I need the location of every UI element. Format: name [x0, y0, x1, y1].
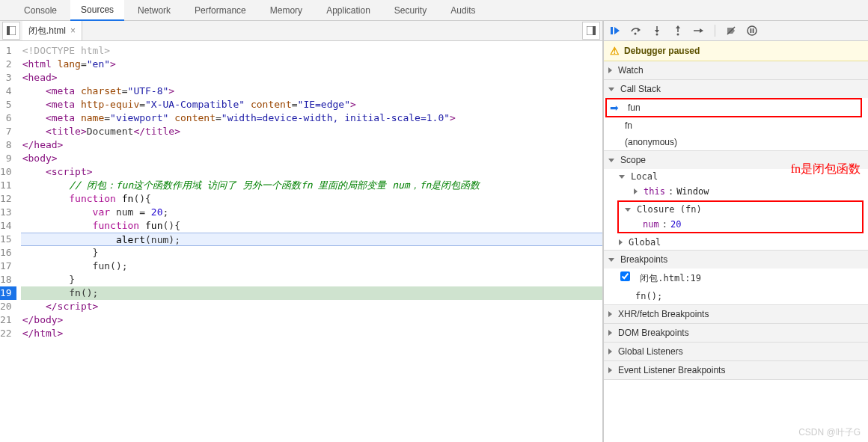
tab-audits[interactable]: Audits: [440, 1, 486, 20]
callstack-frame[interactable]: fn: [604, 117, 868, 134]
line-number[interactable]: 7: [0, 125, 16, 138]
close-icon[interactable]: ×: [70, 25, 76, 36]
line-number[interactable]: 6: [0, 111, 16, 125]
tab-console[interactable]: Console: [13, 1, 67, 20]
code-line: <html lang="en">: [21, 58, 602, 71]
chevron-right-icon: [608, 330, 612, 336]
tab-memory[interactable]: Memory: [260, 1, 313, 20]
step-into-icon[interactable]: [650, 24, 664, 37]
breakpoints-section[interactable]: Breakpoints: [604, 251, 868, 268]
line-number[interactable]: 2: [0, 58, 16, 71]
step-out-icon[interactable]: [671, 24, 685, 37]
debugger-sidebar: ⚠ Debugger paused Watch Call Stack funfn…: [603, 21, 868, 442]
svg-rect-4: [611, 27, 613, 34]
scope-this[interactable]: this: Window: [613, 184, 868, 199]
file-tab-bar: 闭包.html ×: [0, 21, 602, 41]
breakpoint-checkbox[interactable]: [620, 271, 630, 281]
line-number[interactable]: 18: [0, 273, 16, 286]
code-line: alert(num);: [21, 233, 602, 246]
line-number[interactable]: 14: [0, 219, 16, 233]
line-number[interactable]: 17: [0, 260, 16, 273]
show-navigator-icon[interactable]: [2, 22, 20, 40]
code-line: function fun(){: [21, 219, 602, 233]
svg-rect-1: [7, 26, 10, 35]
code-line: <!DOCTYPE html>: [21, 44, 602, 58]
code-line: </body>: [21, 313, 602, 327]
svg-point-10: [656, 34, 658, 36]
tab-application[interactable]: Application: [316, 1, 381, 20]
tab-performance[interactable]: Performance: [184, 1, 257, 20]
scope-global[interactable]: Global: [613, 235, 868, 250]
debugger-toolbar: [604, 21, 868, 41]
line-number[interactable]: 20: [0, 300, 16, 313]
code-line: </script>: [21, 300, 602, 313]
line-number[interactable]: 1: [0, 44, 16, 58]
chevron-down-icon: [608, 159, 614, 162]
scope-closure[interactable]: Closure (fn): [619, 202, 862, 217]
chevron-down-icon: [608, 88, 614, 91]
file-tab-name: 闭包.html: [28, 25, 66, 37]
chevron-right-icon: [608, 67, 612, 73]
line-number[interactable]: 3: [0, 71, 16, 85]
code-editor[interactable]: 12345678910111213141516171819202122 <!DO…: [0, 41, 602, 442]
line-number[interactable]: 4: [0, 85, 16, 98]
svg-marker-12: [676, 25, 680, 28]
svg-point-13: [677, 34, 679, 36]
warning-icon: ⚠: [610, 45, 620, 57]
code-line: function fn(){: [21, 192, 602, 206]
watch-section[interactable]: Watch: [604, 61, 868, 79]
line-number[interactable]: 15: [0, 233, 16, 246]
tab-network[interactable]: Network: [127, 1, 181, 20]
step-over-icon[interactable]: [629, 24, 643, 37]
svg-marker-15: [700, 28, 703, 33]
code-line: // 闭包：fun这个函数作用域 访问了 另外一个函数fn 里面的局部变量 nu…: [21, 179, 602, 192]
callstack-section[interactable]: Call Stack: [604, 80, 868, 98]
global-listeners-section[interactable]: Global Listeners: [604, 343, 868, 360]
code-line: fn();: [21, 286, 602, 300]
svg-rect-20: [753, 28, 754, 33]
editor-panel: 闭包.html × 123456789101112131415161718192…: [0, 21, 603, 442]
code-line: </head>: [21, 138, 602, 152]
closure-var: num: 20: [619, 217, 862, 232]
breakpoint-code: fn();: [604, 288, 868, 304]
pause-exceptions-icon[interactable]: [745, 24, 759, 37]
code-line: <body>: [21, 152, 602, 165]
line-number[interactable]: 11: [0, 179, 16, 192]
tab-security[interactable]: Security: [384, 1, 437, 20]
snippets-icon[interactable]: [582, 22, 600, 40]
line-number[interactable]: 12: [0, 192, 16, 206]
tab-sources[interactable]: Sources: [70, 0, 124, 21]
breakpoint-item[interactable]: 闭包.html:19: [604, 268, 868, 288]
line-number[interactable]: 10: [0, 165, 16, 179]
code-line: <head>: [21, 71, 602, 85]
svg-rect-3: [593, 26, 596, 35]
line-number[interactable]: 16: [0, 246, 16, 260]
line-number[interactable]: 9: [0, 152, 16, 165]
chevron-right-icon: [634, 188, 638, 194]
line-number[interactable]: 13: [0, 206, 16, 219]
svg-marker-5: [614, 27, 620, 34]
code-line: <title>Document</title>: [21, 125, 602, 138]
step-icon[interactable]: [692, 24, 706, 37]
chevron-down-icon: [619, 175, 625, 179]
line-number[interactable]: 19: [0, 286, 16, 300]
callstack-frame[interactable]: fun: [605, 98, 862, 117]
file-tab[interactable]: 闭包.html ×: [22, 21, 82, 40]
code-line: </html>: [21, 327, 602, 340]
xhr-breakpoints-section[interactable]: XHR/fetch Breakpoints: [604, 305, 868, 323]
code-line: fun();: [21, 260, 602, 273]
code-line: <meta charset="UTF-8">: [21, 85, 602, 98]
svg-rect-19: [751, 28, 752, 33]
watermark: CSDN @叶子G: [798, 426, 861, 439]
code-line: <script>: [21, 165, 602, 179]
line-number[interactable]: 5: [0, 98, 16, 111]
line-number[interactable]: 8: [0, 138, 16, 152]
deactivate-breakpoints-icon[interactable]: [724, 24, 738, 37]
event-listener-breakpoints-section[interactable]: Event Listener Breakpoints: [604, 361, 868, 379]
dom-breakpoints-section[interactable]: DOM Breakpoints: [604, 324, 868, 342]
line-number[interactable]: 21: [0, 313, 16, 327]
callstack-frame[interactable]: (anonymous): [604, 134, 868, 150]
chevron-down-icon: [625, 208, 631, 212]
line-number[interactable]: 22: [0, 327, 16, 340]
resume-icon[interactable]: [608, 24, 622, 37]
